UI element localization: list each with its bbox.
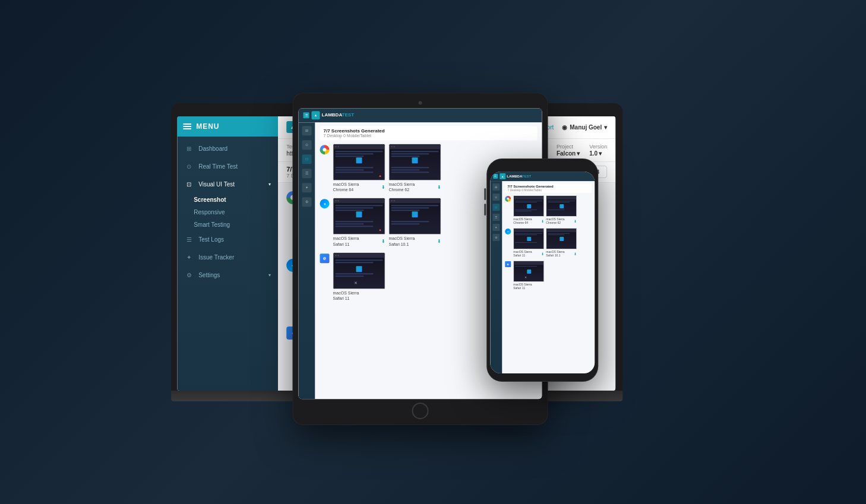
tablet-sidebar-settings[interactable]: ⚙ [302, 197, 312, 207]
phone-ss-item: ✕ macOS SierraSafari 11 [513, 261, 544, 290]
phone-ss-thumb[interactable] [546, 195, 577, 217]
phone-sidebar-settings[interactable]: ⚙ [492, 234, 500, 241]
visual-icon: ⊡ [184, 180, 194, 189]
phone-download-icon[interactable]: ⬇ [541, 219, 544, 223]
phone-ss-thumb[interactable] [513, 228, 544, 249]
settings-label: Settings [198, 272, 220, 278]
phone-browser-row-ie: e [505, 261, 592, 290]
phone-download-icon[interactable]: ⬇ [541, 252, 544, 256]
tablet-sidebar-visual[interactable]: ⊡ [302, 154, 312, 164]
user-chevron-icon: ▾ [604, 124, 607, 131]
sidebar-item-testlogs[interactable]: ☰ Test Logs [177, 231, 278, 249]
sidebar-item-settings[interactable]: ⚙ Settings ▾ [177, 267, 278, 284]
tablet-ss-meta: macOS SierraSafari 10.1 ⬇ [389, 236, 441, 248]
tablet-sidebar-testlogs[interactable]: ☰ [302, 169, 312, 178]
tablet-ss-thumb[interactable]: ✕ [333, 252, 385, 289]
sidebar-item-visual[interactable]: ⊡ Visual UI Test ▾ [177, 176, 278, 194]
tablet-ss-thumb[interactable] [333, 144, 385, 180]
phone-download-icon[interactable]: ⬇ [574, 252, 577, 256]
sub-responsive[interactable]: Responsive [194, 206, 278, 218]
phone-notch [524, 164, 560, 169]
hamburger-icon[interactable] [183, 123, 191, 129]
tablet-logo: ▲ LAMBDATEST [312, 111, 355, 119]
tablet-ss-item: macOS SierraSafari 11 ⬇ [333, 198, 385, 248]
sidebar-item-realtime[interactable]: ⊙ Real Time Test [177, 158, 278, 176]
version-value: 1.0 ▾ [589, 150, 607, 157]
phone-ie-icon: e [505, 261, 511, 267]
tablet-sidebar-issuetracker[interactable]: ✦ [302, 183, 312, 192]
phone-count-sub: 7 Desktop 0 Mobile/Tablet [507, 188, 589, 192]
phone-count-bar: 7/7 Screenshots Generated 7 Desktop 0 Mo… [505, 183, 592, 193]
version-chevron-icon: ▾ [599, 150, 602, 157]
user-menu[interactable]: ◉ Manuj Goel ▾ [562, 124, 607, 131]
sidebar: MENU ⊞ Dashboard ⊙ Real Time Test [177, 116, 278, 391]
tablet-logo-icon: ▲ [312, 111, 320, 119]
tablet-home-button[interactable] [412, 402, 429, 419]
sidebar-item-issuetracker[interactable]: ✦ Issue Tracker [177, 249, 278, 267]
tablet-sidebar-realtime[interactable]: ⊙ [302, 140, 312, 150]
phone-device: ☰ ▲ LAMBDATEST ⊞ ⊙ ⊡ ☰ ✦ ⚙ [486, 159, 598, 382]
tablet-safari-screenshots: macOS SierraSafari 11 ⬇ [333, 198, 441, 248]
tablet-download-icon[interactable]: ⬇ [381, 185, 385, 190]
sub-smart[interactable]: Smart Testing [194, 218, 278, 231]
user-name: Manuj Goel [570, 124, 602, 131]
tablet-logo-text: LAMBDATEST [322, 112, 355, 118]
phone-ss-meta: macOS SierraSafari 11 ⬇ [513, 250, 544, 258]
phone-sidebar-dashboard[interactable]: ⊞ [492, 183, 500, 191]
tablet-ie-screenshots: ✕ macOS SierraSafari 11 [333, 252, 385, 302]
tablet-ss-thumb[interactable] [333, 198, 385, 234]
tablet-ie-icon: e [320, 253, 330, 263]
sub-screenshot[interactable]: Screenshot [194, 194, 278, 206]
phone-hamburger-icon[interactable]: ☰ [493, 174, 498, 179]
phone-ss-thumb[interactable] [546, 228, 577, 249]
phone-outer: ☰ ▲ LAMBDATEST ⊞ ⊙ ⊡ ☰ ✦ ⚙ [486, 159, 598, 382]
tablet-ss-label: macOS SierraChrome 62 [389, 182, 415, 194]
phone-ss-thumb[interactable]: ✕ [513, 261, 544, 282]
tablet-chrome-icon [320, 145, 330, 154]
tablet-download-icon[interactable]: ⬇ [437, 239, 441, 245]
visual-label: Visual UI Test [198, 181, 235, 188]
phone-volume-down [484, 204, 486, 215]
version-group: Version 1.0 ▾ [589, 144, 607, 157]
phone-browser-row-safari: macOS SierraSafari 11 ⬇ [505, 228, 592, 258]
tablet-topbar: ☰ ▲ LAMBDATEST [299, 108, 542, 122]
phone-ss-item: macOS SierraSafari 11 ⬇ [513, 228, 544, 258]
phone-sidebar-testlogs[interactable]: ☰ [492, 214, 500, 221]
phone-sidebar-realtime[interactable]: ⊙ [492, 194, 500, 201]
tablet-count-sub: 7 Desktop 0 Mobile/Tablet [324, 134, 534, 138]
tablet-ss-thumb[interactable] [389, 198, 441, 234]
sidebar-header[interactable]: MENU [177, 116, 278, 137]
project-chevron-icon: ▾ [577, 150, 580, 157]
tablet-sidebar-dashboard[interactable]: ⊞ [302, 126, 312, 135]
phone-ss-meta: macOS SierraSafari 11 [513, 283, 544, 290]
tablet-ss-item: ✕ macOS SierraSafari 11 [333, 252, 385, 302]
phone-ss-item: macOS SierraSafari 10.1 ⬇ [546, 228, 577, 258]
tablet-download-icon[interactable]: ⬇ [437, 185, 441, 190]
version-label: Version [589, 144, 607, 150]
phone-sidebar: ⊞ ⊙ ⊡ ☰ ✦ ⚙ [490, 181, 502, 373]
phone-sidebar-visual[interactable]: ⊡ [492, 204, 500, 211]
tablet-ss-item: macOS SierraSafari 10.1 ⬇ [389, 198, 441, 248]
phone-logo: ▲ LAMBDATEST [500, 173, 531, 179]
tablet-download-icon[interactable]: ⬇ [381, 239, 385, 245]
nav-sub: Screenshot Responsive Smart Testing [177, 194, 278, 231]
tablet-ss-thumb[interactable] [389, 144, 441, 180]
issuetracker-icon: ✦ [184, 253, 194, 262]
tablet-hamburger-icon[interactable]: ☰ [304, 112, 309, 118]
phone-sidebar-issuetracker[interactable]: ✦ [492, 224, 500, 231]
tablet-camera [419, 101, 422, 104]
phone-chrome-icon [505, 196, 511, 202]
user-icon: ◉ [562, 124, 567, 131]
phone-download-icon[interactable]: ⬇ [574, 219, 577, 223]
phone-ss-meta: macOS SierraChrome 62 ⬇ [546, 217, 577, 225]
testlogs-icon: ☰ [184, 235, 194, 245]
phone-ss-label: macOS SierraSafari 11 [513, 250, 532, 258]
phone-ss-label: macOS SierraSafari 10.1 [546, 250, 564, 258]
sidebar-item-dashboard[interactable]: ⊞ Dashboard [177, 140, 278, 158]
tablet-ss-item: macOS SierraChrome 62 ⬇ [389, 144, 441, 194]
phone-ss-label: macOS SierraSafari 11 [513, 283, 532, 290]
tablet-ss-label: macOS SierraSafari 11 [333, 236, 359, 248]
sidebar-nav: ⊞ Dashboard ⊙ Real Time Test ⊡ Visual UI… [177, 137, 278, 391]
phone-ss-item: macOS SierraChrome 62 ⬇ [546, 195, 577, 225]
phone-ss-thumb[interactable] [513, 195, 544, 217]
